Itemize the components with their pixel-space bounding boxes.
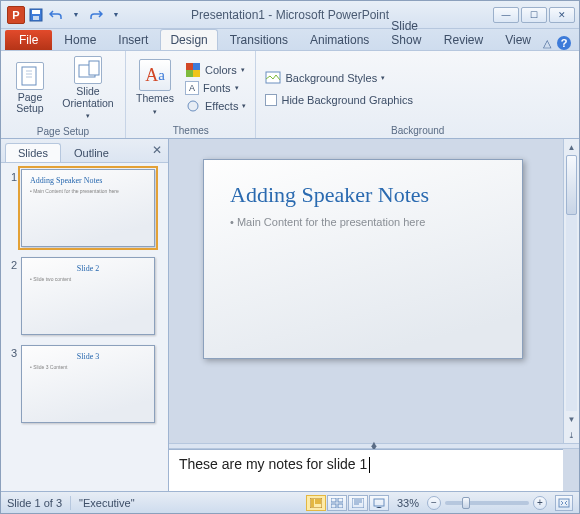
- thumb-number: 3: [5, 345, 17, 423]
- zoom-percent[interactable]: 33%: [397, 497, 419, 509]
- qat-customize[interactable]: ▼: [107, 6, 125, 24]
- scroll-thumb[interactable]: [566, 155, 577, 215]
- svg-point-10: [188, 101, 198, 111]
- fonts-button[interactable]: A Fonts ▾: [182, 80, 249, 96]
- svg-rect-18: [338, 504, 343, 508]
- thumbnail-row[interactable]: 1 Adding Speaker Notes • Main Content fo…: [5, 169, 164, 247]
- group-background-label: Background: [256, 125, 579, 138]
- thumb-title: Slide 2: [30, 264, 146, 273]
- background-styles-icon: [265, 70, 281, 86]
- colors-button[interactable]: Colors ▾: [182, 61, 249, 79]
- tab-home[interactable]: Home: [54, 29, 106, 50]
- main-area: Slides Outline ✕ 1 Adding Speaker Notes …: [1, 139, 579, 491]
- side-tabs: Slides Outline ✕: [1, 139, 168, 163]
- tab-review[interactable]: Review: [434, 29, 493, 50]
- tab-animations[interactable]: Animations: [300, 29, 379, 50]
- slide-counter[interactable]: Slide 1 of 3: [7, 497, 62, 509]
- effects-button[interactable]: Effects ▾: [182, 97, 249, 115]
- page-setup-icon: [16, 62, 44, 90]
- orientation-icon: [74, 56, 102, 84]
- tab-insert[interactable]: Insert: [108, 29, 158, 50]
- tab-outline[interactable]: Outline: [61, 143, 122, 162]
- app-icon[interactable]: P: [7, 6, 25, 24]
- notes-text[interactable]: These are my notes for slide 1: [179, 456, 367, 472]
- zoom-slider[interactable]: [445, 501, 529, 505]
- svg-rect-7: [193, 63, 200, 70]
- view-buttons: [306, 495, 389, 511]
- scroll-down-icon[interactable]: ▼: [564, 411, 579, 427]
- svg-rect-20: [374, 499, 384, 506]
- status-bar: Slide 1 of 3 "Executive" 33% − +: [1, 491, 579, 513]
- svg-rect-13: [311, 499, 314, 507]
- slide-content[interactable]: Main Content for the presentation here: [230, 216, 496, 228]
- title-bar: P ▼ ▼ Presentation1 - Microsoft PowerPoi…: [1, 1, 579, 29]
- thumb-content: • Main Content for the presentation here: [30, 188, 146, 194]
- normal-view-button[interactable]: [306, 495, 326, 511]
- slide-canvas-area[interactable]: Adding Speaker Notes Main Content for th…: [169, 139, 579, 443]
- colors-icon: [185, 62, 201, 78]
- tab-slideshow[interactable]: Slide Show: [381, 15, 431, 50]
- vertical-scrollbar[interactable]: ▲ ▼ ⤓: [563, 139, 579, 443]
- group-background: Background Styles ▾ Hide Background Grap…: [256, 51, 579, 138]
- zoom-slider-handle[interactable]: [462, 497, 470, 509]
- undo-button[interactable]: [47, 6, 65, 24]
- tab-transitions[interactable]: Transitions: [220, 29, 298, 50]
- help-icon[interactable]: ?: [557, 36, 571, 50]
- quick-access-toolbar: P ▼ ▼: [1, 6, 125, 24]
- svg-rect-1: [32, 10, 40, 14]
- thumbnails[interactable]: 1 Adding Speaker Notes • Main Content fo…: [1, 163, 168, 491]
- theme-name[interactable]: "Executive": [79, 497, 135, 509]
- tab-design[interactable]: Design: [160, 29, 217, 50]
- redo-button[interactable]: [87, 6, 105, 24]
- thumb-content: • Slide 3 Content: [30, 364, 146, 370]
- minimize-button[interactable]: —: [493, 7, 519, 23]
- background-styles-button[interactable]: Background Styles ▾: [262, 69, 415, 87]
- svg-rect-14: [315, 499, 321, 504]
- tab-slides[interactable]: Slides: [5, 143, 61, 162]
- thumbnail-row[interactable]: 3 Slide 3 • Slide 3 Content: [5, 345, 164, 423]
- svg-rect-5: [89, 61, 99, 75]
- close-button[interactable]: ✕: [549, 7, 575, 23]
- thumb-number: 2: [5, 257, 17, 335]
- next-slide-icon[interactable]: ⤓: [564, 427, 579, 443]
- svg-rect-3: [22, 67, 36, 85]
- maximize-button[interactable]: ☐: [521, 7, 547, 23]
- svg-rect-2: [33, 16, 39, 20]
- hide-background-graphics[interactable]: Hide Background Graphics: [262, 93, 415, 107]
- tab-view[interactable]: View: [495, 29, 541, 50]
- zoom-out-button[interactable]: −: [427, 496, 441, 510]
- slideshow-view-button[interactable]: [369, 495, 389, 511]
- fonts-icon: A: [185, 81, 199, 95]
- thumbnail-1[interactable]: Adding Speaker Notes • Main Content for …: [21, 169, 155, 247]
- thumbnail-2[interactable]: Slide 2 • Slide two content: [21, 257, 155, 335]
- scroll-up-icon[interactable]: ▲: [564, 139, 579, 155]
- notes-pane[interactable]: These are my notes for slide 1: [169, 449, 563, 491]
- slide-canvas[interactable]: Adding Speaker Notes Main Content for th…: [203, 159, 523, 359]
- file-tab[interactable]: File: [5, 30, 52, 50]
- minimize-ribbon-icon[interactable]: △: [543, 37, 551, 50]
- slide-title[interactable]: Adding Speaker Notes: [230, 182, 496, 208]
- thumbnail-3[interactable]: Slide 3 • Slide 3 Content: [21, 345, 155, 423]
- thumbnail-row[interactable]: 2 Slide 2 • Slide two content: [5, 257, 164, 335]
- save-button[interactable]: [27, 6, 45, 24]
- zoom-in-button[interactable]: +: [533, 496, 547, 510]
- thumb-title: Adding Speaker Notes: [30, 176, 146, 185]
- svg-rect-8: [186, 70, 193, 77]
- ribbon: Page Setup Slide Orientation ▾ Page Setu…: [1, 51, 579, 139]
- sorter-view-button[interactable]: [327, 495, 347, 511]
- group-page-setup: Page Setup Slide Orientation ▾ Page Setu…: [1, 51, 126, 138]
- fit-to-window-button[interactable]: [555, 495, 573, 511]
- page-setup-button[interactable]: Page Setup: [7, 60, 53, 117]
- close-panel-icon[interactable]: ✕: [152, 143, 162, 157]
- thumb-content: • Slide two content: [30, 276, 146, 282]
- orientation-label: Slide Orientation ▾: [59, 86, 117, 121]
- ribbon-tabs: File Home Insert Design Transitions Anim…: [1, 29, 579, 51]
- group-themes: Aa Themes▾ Colors ▾ A Fonts ▾: [126, 51, 256, 138]
- themes-button[interactable]: Aa Themes▾: [132, 57, 178, 118]
- reading-view-button[interactable]: [348, 495, 368, 511]
- undo-dropdown[interactable]: ▼: [67, 6, 85, 24]
- slide-orientation-button[interactable]: Slide Orientation ▾: [57, 54, 119, 123]
- slides-panel: Slides Outline ✕ 1 Adding Speaker Notes …: [1, 139, 169, 491]
- page-setup-label: Page Setup: [16, 92, 43, 115]
- text-cursor: [369, 457, 370, 473]
